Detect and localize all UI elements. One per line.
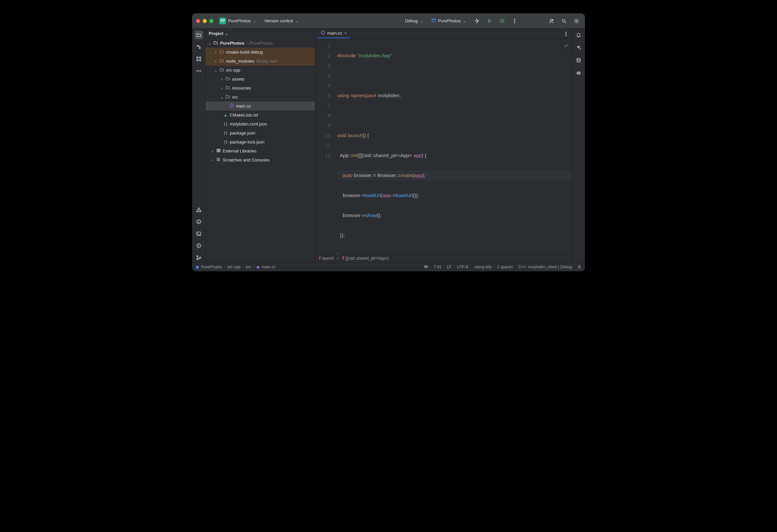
structure-tool-button[interactable] [194,55,203,63]
folder-icon [219,67,224,73]
line-gutter: 123 456 789 101112 [315,38,335,254]
tree-external-libraries[interactable]: › External Libraries [205,146,315,155]
project-tool-button[interactable] [194,31,203,39]
scratches-icon [216,157,221,163]
svg-point-2 [501,20,504,23]
todo-tool-button[interactable] [194,241,203,250]
target-selector[interactable]: PurePhotos ⌄ [429,17,468,25]
status-config[interactable]: C++: molybden_client | Debug [518,265,572,269]
run-button[interactable] [485,17,494,25]
tree-file-package[interactable]: {} package.json [205,128,315,137]
status-indent[interactable]: 2 spaces [497,265,513,269]
json-file-icon: {} [223,131,228,135]
editor-area: c main.cc × 123 456 789 101112 [315,29,572,262]
svg-rect-38 [218,149,219,152]
svg-rect-0 [432,19,436,22]
copilot-button[interactable] [574,69,583,77]
svg-rect-37 [217,149,218,152]
chevron-down-icon: ⌄ [220,95,223,100]
tree-file-package-lock[interactable]: {} package-lock.json [205,137,315,146]
analysis-ok-icon[interactable] [564,41,568,51]
tree-folder-resources[interactable]: › resources [205,84,315,93]
tree-scratches[interactable]: › Scratches and Consoles [205,155,315,165]
vcs-menu[interactable]: Version control ⌄ [262,17,301,25]
vcs-label: Version control [264,18,293,23]
settings-button[interactable] [572,17,581,25]
run-config-label: Debug [405,18,418,23]
svg-rect-19 [197,57,198,58]
breadcrumb-item[interactable]: f [](std::shared_ptr<App>) [342,256,389,261]
tree-folder-assets[interactable]: › assets [205,75,315,84]
minimize-window-button[interactable] [203,19,207,23]
notifications-button[interactable] [574,31,583,39]
tree-folder-src[interactable]: ⌄ src [205,93,315,102]
code-editor[interactable]: 123 456 789 101112 #include "molybden.hp… [315,38,572,254]
problems-tool-button[interactable] [194,205,203,214]
chevron-right-icon: › [220,77,223,82]
build-button[interactable] [472,17,481,25]
breadcrumb-bar: f launch › f [](std::shared_ptr<App>) [315,254,572,262]
commit-tool-button[interactable] [194,42,203,51]
svg-rect-39 [219,149,220,152]
breadcrumb-item[interactable]: f launch [319,256,334,261]
folder-icon [225,76,230,82]
code-with-me-button[interactable] [547,17,556,25]
json-file-icon: {} [223,122,228,126]
status-caret-pos[interactable]: 7:41 [434,265,441,269]
status-bar: ▣ PurePhotos› src-cpp› src› ◉ main.cc 7:… [192,262,585,271]
left-tool-rail [192,29,205,262]
svg-point-47 [566,35,566,36]
tree-file-conf[interactable]: {} molybden.conf.json [205,119,315,128]
zoom-window-button[interactable] [209,19,213,23]
svg-point-23 [197,71,197,71]
svg-point-16 [576,20,577,22]
svg-point-25 [200,71,201,71]
more-tools-button[interactable] [194,67,203,75]
svg-point-8 [514,19,515,20]
debug-button[interactable] [498,17,506,25]
lock-icon[interactable] [577,264,582,270]
module-icon: ▣ [195,265,199,269]
status-linter[interactable]: .clang-tidy [473,265,492,269]
titlebar: PP PurePhotos ⌄ Version control ⌄ Debug … [192,13,585,29]
svg-point-51 [578,73,578,74]
status-encoding[interactable]: UTF-8 [457,265,468,269]
json-file-icon: {} [223,140,228,144]
vcs-tool-button[interactable] [194,253,203,262]
more-actions-button[interactable] [510,17,519,25]
svg-rect-56 [578,266,581,268]
project-selector[interactable]: PP PurePhotos ⌄ [217,16,258,26]
function-icon: f [319,256,321,261]
run-config-selector[interactable]: Debug ⌄ [403,17,426,25]
tree-file-cmakelists[interactable]: ▲ CMakeLists.txt [205,111,315,119]
chevron-down-icon: ⌄ [225,31,228,36]
cpp-file-icon: c [321,30,325,36]
services-tool-button[interactable] [194,217,203,226]
close-tab-icon[interactable]: × [344,30,347,36]
project-panel: Project ⌄ ⌄ PurePhotos ~/PurePhotos › [205,29,315,262]
svg-point-48 [580,48,581,49]
tree-file-main[interactable]: c main.cc [205,102,315,111]
search-button[interactable] [560,17,568,25]
ai-assistant-button[interactable] [574,43,583,52]
terminal-tool-button[interactable] [194,229,203,238]
svg-line-6 [500,19,501,20]
tree-root[interactable]: ⌄ PurePhotos ~/PurePhotos [205,38,315,47]
tree-folder-src-cpp[interactable]: ⌄ src-cpp [205,66,315,75]
cmake-file-icon: ▲ [223,113,228,117]
tab-main-cc[interactable]: c main.cc × [317,28,350,38]
tree-folder-node-modules[interactable]: › node_modules library root [205,57,315,66]
status-line-sep[interactable]: LF [447,265,451,269]
svg-rect-20 [199,57,201,58]
cpp-file-icon: c [229,103,234,109]
tab-options-button[interactable] [562,30,570,38]
folder-icon [225,85,230,91]
copilot-status-icon[interactable] [424,264,428,270]
close-window-button[interactable] [196,19,200,23]
database-button[interactable] [574,56,583,65]
chevron-right-icon: › [220,86,223,91]
status-path[interactable]: ▣ PurePhotos› src-cpp› src› ◉ main.cc [195,265,275,269]
tree-folder-cmake[interactable]: › cmake-build-debug [205,47,315,57]
svg-rect-21 [197,60,198,61]
panel-title[interactable]: Project ⌄ [205,29,315,38]
